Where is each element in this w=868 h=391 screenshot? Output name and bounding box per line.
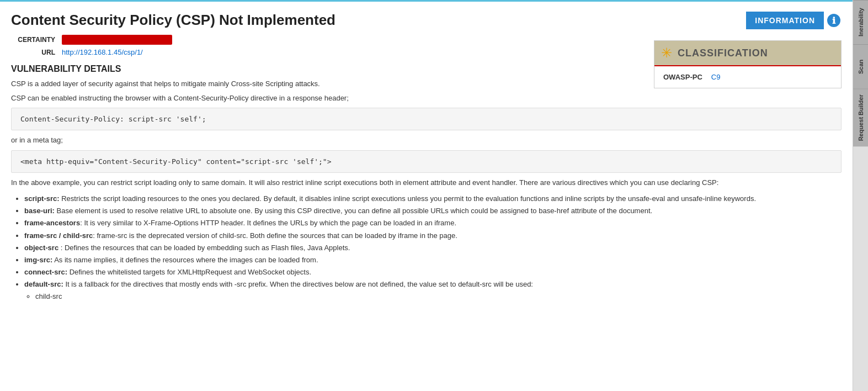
classification-header: ✳ CLASSIFICATION [654,41,841,66]
list-term: img-src: [24,256,52,264]
list-item: connect-src: Defines the whitelisted tar… [24,266,842,278]
list-desc: : It is very similar to X-Frame-Options … [80,219,456,227]
certainty-bar [62,35,172,45]
main-content: Content Security Policy (CSP) Not Implem… [0,0,853,391]
classification-body: OWASP-PC C9 [654,66,841,88]
vulnerability-section: VULNERABILITY DETAILS CSP is a added lay… [11,64,842,303]
sidebar-tab-request-builder[interactable]: Request Builder [853,88,868,146]
list-desc: It is a fallback for the directives that… [63,280,533,288]
list-term: base-uri: [24,207,55,215]
url-link[interactable]: http://192.168.1.45/csp/1/ [62,48,143,56]
classification-value[interactable]: C9 [711,73,721,81]
list-desc: : frame-src is the deprecated version of… [93,231,457,240]
list-item: frame-src / child-src: frame-src is the … [24,230,842,242]
classification-star-icon: ✳ [661,45,672,61]
information-button[interactable]: INFORMATION [746,12,824,29]
list-item: object-src : Defines the resources that … [24,242,842,254]
info-icon-button[interactable]: ℹ [826,13,842,28]
list-desc: : Defines the resources that can be load… [58,244,350,252]
list-term: frame-src / child-src [24,231,93,240]
list-desc: Base element is used to resolve relative… [55,207,652,215]
list-term: script-src: [24,194,60,203]
list-item: frame-ancestors: It is very similar to X… [24,217,842,229]
classification-key: OWASP-PC [663,73,702,81]
sidebar-tab-scan[interactable]: Scan [853,44,868,88]
list-term: default-src: [24,280,63,288]
list-term: frame-ancestors [24,219,80,227]
directives-list: script-src: Restricts the script loading… [24,193,842,303]
code-block-1: Content-Security-Policy: script-src 'sel… [11,108,842,130]
sub-list: child-src [35,290,842,303]
code-block-2: <meta http-equiv="Content-Security-Polic… [11,150,842,173]
certainty-label: CERTAINTY [11,36,55,44]
right-sidebar: Inerability Scan Request Builder [853,0,868,391]
info-icon: ℹ [832,15,835,26]
url-label: URL [11,49,55,56]
sub-list-item: child-src [35,290,842,303]
page-title: Content Security Policy (CSP) Not Implem… [11,12,336,29]
classification-panel: ✳ CLASSIFICATION OWASP-PC C9 [654,40,842,88]
list-item: script-src: Restricts the script loading… [24,193,842,205]
vuln-desc-2: CSP can be enabled instructing the brows… [11,93,842,104]
classification-title: CLASSIFICATION [678,47,768,59]
list-item: base-uri: Base element is used to resolv… [24,205,842,217]
list-desc: As its name implies, it defines the reso… [52,256,318,264]
list-desc: Restricts the script loading resources t… [60,194,756,203]
title-row: Content Security Policy (CSP) Not Implem… [11,12,842,29]
sidebar-tab-inerability[interactable]: Inerability [853,0,868,44]
list-term: connect-src: [24,268,67,276]
info-button-group: INFORMATION ℹ [746,12,842,29]
list-term: object-src [24,244,58,252]
or-text: or in a meta tag; [11,135,842,146]
list-desc: Defines the whitelisted targets for XMLH… [67,268,311,276]
vuln-desc-3: In the above example, you can restrict s… [11,177,842,189]
list-item: img-src: As its name implies, it defines… [24,254,842,266]
list-item: default-src: It is a fallback for the di… [24,278,842,303]
